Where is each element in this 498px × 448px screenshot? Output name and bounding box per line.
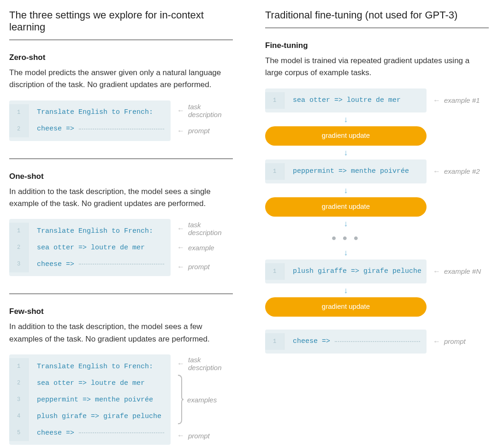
gradient-update-pill: gradient update <box>265 126 427 146</box>
section-title: Fine-tuning <box>265 41 489 50</box>
section-title: Zero-shot <box>9 53 233 62</box>
annotation: ←task description <box>177 354 233 372</box>
code-block-with-annotations: 1Translate English to French:2sea otter … <box>9 219 233 276</box>
code-text: cheese => <box>29 125 74 133</box>
line-number: 3 <box>9 256 29 272</box>
left-arrow-icon: ← <box>433 96 440 105</box>
code-text: Translate English to French: <box>29 108 153 116</box>
annotation: ←prompt <box>177 427 233 445</box>
left-arrow-icon: ← <box>433 267 440 276</box>
section-separator <box>9 159 233 159</box>
down-arrow-icon: ↓ <box>265 112 427 126</box>
code-row: 4plush girafe => girafe peluche <box>9 408 171 424</box>
code-row: 2cheese => <box>9 121 171 137</box>
down-arrow-icon: ↓ <box>265 283 427 297</box>
code-row: 1Translate English to French: <box>9 223 171 239</box>
annotation-text: example #1 <box>444 96 480 104</box>
code-text: sea otter => loutre de mer <box>29 379 145 387</box>
code-text: plush giraffe => girafe peluche <box>285 267 421 275</box>
line-number: 1 <box>9 104 29 121</box>
example-row: 1plush giraffe => girafe peluche←example… <box>265 259 489 283</box>
dotted-line <box>335 341 420 342</box>
left-arrow-icon: ← <box>177 106 184 115</box>
code-text: cheese => <box>285 337 330 345</box>
line-number: 2 <box>9 239 29 256</box>
code-text: cheese => <box>29 429 74 437</box>
section-description: In addition to the task description, the… <box>9 186 233 210</box>
left-arrow-icon: ← <box>433 337 440 346</box>
example-row: 1peppermint => menthe poivrée←example #2 <box>265 159 489 183</box>
annotation-text: prompt <box>188 263 210 271</box>
annotation-text: prompt <box>444 337 466 345</box>
left-arrow-icon: ← <box>177 224 184 233</box>
code-block: 1plush giraffe => girafe peluche <box>265 259 427 283</box>
annotation-text: example <box>188 244 214 252</box>
line-number: 1 <box>9 223 29 239</box>
code-row: 1plush giraffe => girafe peluche <box>265 263 427 280</box>
code-block-with-annotations: 1Translate English to French:2sea otter … <box>9 354 233 445</box>
annotation: ←prompt <box>177 121 233 141</box>
line-number: 1 <box>265 163 285 180</box>
code-row: 3cheese => <box>9 256 171 272</box>
code-row: 1peppermint => menthe poivrée <box>265 163 427 180</box>
annotation-text: task description <box>188 103 233 118</box>
code-text: sea otter => loutre de mer <box>29 244 145 252</box>
code-text: sea otter => loutre de mer <box>285 96 401 104</box>
section-description: The model predicts the answer given only… <box>9 67 233 91</box>
left-arrow-icon: ← <box>177 243 184 252</box>
example-row: 1sea otter => loutre de mer←example #1 <box>265 88 489 112</box>
line-number: 5 <box>9 424 29 441</box>
line-number: 1 <box>265 92 285 109</box>
annotation-text: example #2 <box>444 167 480 175</box>
code-row: 5cheese => <box>9 424 171 441</box>
code-row: 1cheese => <box>265 333 427 350</box>
left-arrow-icon: ← <box>433 167 440 176</box>
annotation-text: task description <box>188 356 233 371</box>
code-row: 2sea otter => loutre de mer <box>9 375 171 391</box>
line-number: 1 <box>265 333 285 350</box>
annotation-text: prompt <box>188 127 210 135</box>
dotted-line <box>79 432 164 433</box>
code-text: plush girafe => girafe peluche <box>29 413 161 420</box>
ellipsis-icon: ● ● ● <box>265 230 427 246</box>
line-number: 3 <box>9 391 29 408</box>
code-row: 1sea otter => loutre de mer <box>265 92 427 109</box>
line-number: 4 <box>9 408 29 424</box>
annotation-column: ←task description←prompt <box>177 100 233 141</box>
annotation-column: ←task description←example←prompt <box>177 219 233 276</box>
code-block: 1Translate English to French:2sea otter … <box>9 219 171 276</box>
line-number: 2 <box>9 375 29 391</box>
down-arrow-icon: ↓ <box>265 217 427 230</box>
code-text: Translate English to French: <box>29 227 153 235</box>
code-block: 1cheese => <box>265 330 427 354</box>
down-arrow-icon: ↓ <box>265 146 427 159</box>
left-column-title: The three settings we explore for in-con… <box>9 9 233 40</box>
annotation-text: prompt <box>188 432 210 440</box>
right-column-title: Traditional fine-tuning (not used for GP… <box>265 9 489 28</box>
code-block: 1peppermint => menthe poivrée <box>265 159 427 183</box>
dotted-line <box>79 129 164 130</box>
code-row: 3peppermint => menthe poivrée <box>9 391 171 408</box>
section-title: Few-shot <box>9 307 233 316</box>
line-number: 1 <box>265 263 285 280</box>
code-text: peppermint => menthe poivrée <box>285 167 409 175</box>
annotation: ←task description <box>177 100 233 121</box>
gradient-update-pill: gradient update <box>265 297 427 317</box>
left-arrow-icon: ← <box>177 360 184 368</box>
annotation-bracket: examples <box>177 372 233 427</box>
code-text: Translate English to French: <box>29 363 153 371</box>
annotation: ←prompt <box>433 333 489 350</box>
line-number: 2 <box>9 121 29 137</box>
section-description: In addition to the task description, the… <box>9 321 233 345</box>
code-block: 1Translate English to French:2sea otter … <box>9 354 171 445</box>
annotation: ←task description <box>177 219 233 238</box>
section-separator <box>9 294 233 294</box>
code-block: 1Translate English to French:2cheese => <box>9 100 171 141</box>
section-description: The model is trained via repeated gradie… <box>265 55 489 79</box>
spacer <box>265 317 489 330</box>
code-row: 2sea otter => loutre de mer <box>9 239 171 256</box>
section-title: One-shot <box>9 172 233 181</box>
code-row: 1Translate English to French: <box>9 104 171 121</box>
down-arrow-icon: ↓ <box>265 246 427 259</box>
gradient-update-pill: gradient update <box>265 197 427 217</box>
